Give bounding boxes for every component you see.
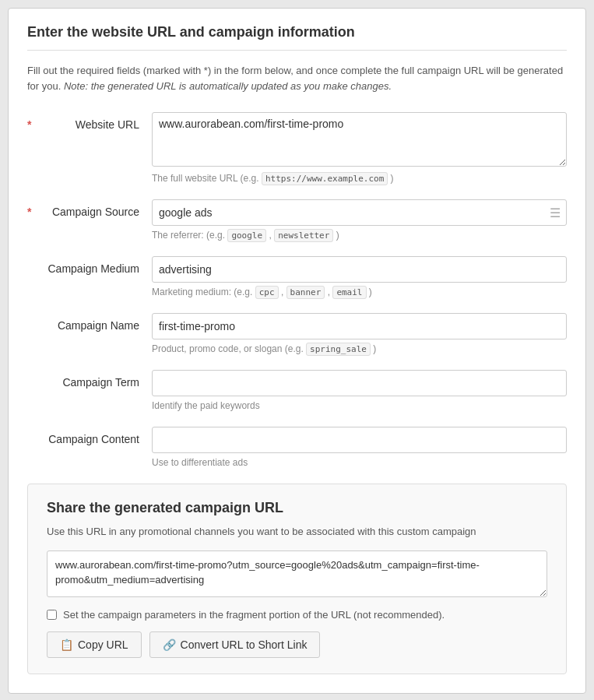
- campaign-content-label: Campaign Content: [48, 433, 139, 445]
- campaign-medium-label-cell: Campaign Medium: [27, 256, 152, 275]
- convert-url-label: Convert URL to Short Link: [181, 638, 308, 651]
- website-url-row: * Website URL www.aurorabean.com/first-t…: [27, 112, 567, 184]
- convert-url-button[interactable]: 🔗 Convert URL to Short Link: [149, 631, 321, 658]
- main-card: Enter the website URL and campaign infor…: [8, 8, 586, 694]
- share-title: Share the generated campaign URL: [47, 500, 547, 516]
- campaign-term-input[interactable]: [152, 370, 567, 396]
- website-url-hint: The full website URL (e.g. https://www.e…: [152, 173, 567, 184]
- fragment-checkbox-label: Set the campaign parameters in the fragm…: [63, 609, 445, 621]
- hint-code-banner: banner: [286, 286, 325, 299]
- link-icon: 🔗: [163, 638, 176, 651]
- fragment-checkbox-row: Set the campaign parameters in the fragm…: [47, 609, 547, 621]
- campaign-content-input-cell: Use to differentiate ads: [152, 427, 567, 468]
- hint-code-google: google: [227, 229, 266, 242]
- campaign-source-label: Campaign Source: [52, 206, 139, 218]
- share-description: Use this URL in any promotional channels…: [47, 524, 547, 540]
- campaign-term-hint: Identify the paid keywords: [152, 400, 567, 411]
- campaign-medium-input-cell: Marketing medium: (e.g. cpc , banner , e…: [152, 256, 567, 297]
- campaign-term-row: Campaign Term Identify the paid keywords: [27, 370, 567, 411]
- fragment-checkbox[interactable]: [47, 610, 57, 620]
- campaign-medium-label: Campaign Medium: [48, 262, 140, 275]
- page-title: Enter the website URL and campaign infor…: [27, 24, 567, 51]
- required-star: *: [27, 118, 31, 131]
- website-url-input-cell: www.aurorabean.com/first-time-promo The …: [152, 112, 567, 184]
- campaign-content-hint: Use to differentiate ads: [152, 457, 567, 468]
- campaign-name-row: Campaign Name Product, promo code, or sl…: [27, 313, 567, 354]
- campaign-name-label-cell: Campaign Name: [27, 313, 152, 332]
- campaign-content-row: Campaign Content Use to differentiate ad…: [27, 427, 567, 468]
- campaign-name-input[interactable]: [152, 313, 567, 339]
- campaign-source-label-cell: * Campaign Source: [27, 199, 152, 218]
- action-buttons: 📋 Copy URL 🔗 Convert URL to Short Link: [47, 631, 547, 658]
- required-star-source: *: [27, 206, 31, 218]
- intro-italic: Note: the generated URL is automatically…: [64, 80, 392, 92]
- hint-code-cpc: cpc: [255, 286, 279, 299]
- campaign-name-hint: Product, promo code, or slogan (e.g. spr…: [152, 343, 567, 354]
- list-icon: ☰: [550, 206, 561, 220]
- website-url-input[interactable]: www.aurorabean.com/first-time-promo: [152, 112, 567, 167]
- campaign-medium-hint: Marketing medium: (e.g. cpc , banner , e…: [152, 287, 567, 297]
- campaign-content-label-cell: Campaign Content: [27, 427, 152, 445]
- hint-code-spring-sale: spring_sale: [306, 343, 371, 356]
- campaign-term-label-cell: Campaign Term: [27, 370, 152, 389]
- campaign-content-input[interactable]: [152, 427, 567, 453]
- campaign-name-label: Campaign Name: [58, 319, 139, 332]
- campaign-name-input-cell: Product, promo code, or slogan (e.g. spr…: [152, 313, 567, 354]
- campaign-source-hint: The referrer: (e.g. google , newsletter …: [152, 230, 567, 241]
- page-container: Enter the website URL and campaign infor…: [8, 8, 586, 694]
- campaign-source-wrapper: ☰: [152, 199, 567, 226]
- copy-url-label: Copy URL: [78, 638, 128, 651]
- hint-code-email: email: [332, 286, 366, 299]
- campaign-medium-row: Campaign Medium Marketing medium: (e.g. …: [27, 256, 567, 297]
- campaign-term-label: Campaign Term: [62, 376, 139, 389]
- hint-code: https://www.example.com: [262, 172, 388, 185]
- copy-url-button[interactable]: 📋 Copy URL: [47, 631, 142, 658]
- copy-icon: 📋: [60, 638, 73, 651]
- campaign-term-input-cell: Identify the paid keywords: [152, 370, 567, 411]
- hint-code-newsletter: newsletter: [274, 229, 333, 242]
- website-url-label-cell: * Website URL: [27, 112, 152, 131]
- campaign-source-input-cell: ☰ The referrer: (e.g. google , newslette…: [152, 199, 567, 241]
- campaign-source-row: * Campaign Source ☰ The referrer: (e.g. …: [27, 199, 567, 241]
- share-section: Share the generated campaign URL Use thi…: [27, 484, 567, 674]
- intro-text: Fill out the required fields (marked wit…: [27, 63, 567, 93]
- campaign-medium-input[interactable]: [152, 256, 567, 283]
- campaign-source-input[interactable]: [152, 199, 567, 226]
- website-url-label: Website URL: [76, 118, 139, 131]
- generated-url-textarea[interactable]: www.aurorabean.com/first-time-promo?utm_…: [47, 551, 547, 597]
